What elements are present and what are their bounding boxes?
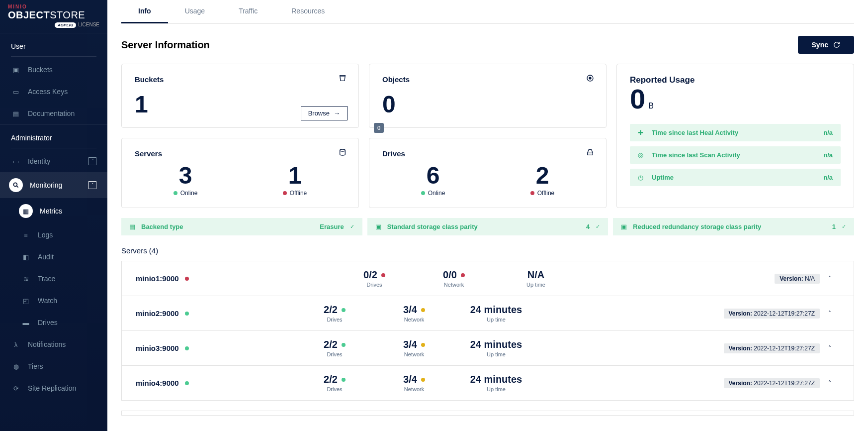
brand-top: MINIO bbox=[8, 4, 99, 9]
server-row: minio3:9000 2/2 Drives 3/4 Network 24 mi… bbox=[122, 331, 854, 366]
expand-button[interactable]: ˄ bbox=[820, 345, 840, 352]
card-label: Buckets bbox=[135, 75, 346, 84]
server-drives: 2/2 Drives bbox=[295, 374, 374, 392]
divider bbox=[11, 56, 96, 57]
clock-icon: ◷ bbox=[638, 174, 646, 181]
magnify-icon bbox=[9, 178, 23, 192]
sidebar-item-watch[interactable]: ◰ Watch bbox=[0, 290, 107, 312]
tab-info[interactable]: Info bbox=[121, 0, 168, 23]
expand-button[interactable]: ˄ bbox=[820, 380, 840, 387]
notification-badge: 0 bbox=[374, 123, 384, 133]
sidebar-item-label: Watch bbox=[38, 297, 57, 305]
server-icon bbox=[339, 148, 347, 158]
server-row: minio4:9000 2/2 Drives 3/4 Network 24 mi… bbox=[122, 366, 854, 400]
servers-offline: 1 bbox=[244, 164, 346, 188]
sidebar-item-trace[interactable]: ≋ Trace bbox=[0, 268, 107, 290]
server-drives: 2/2 Drives bbox=[295, 339, 374, 357]
sidebar-item-documentation[interactable]: ▤ Documentation bbox=[0, 103, 107, 124]
sidebar-item-access-keys[interactable]: ▭ Access Keys bbox=[0, 81, 107, 103]
usage-rows: ✚ Time since last Heal Activity n/a ◎ Ti… bbox=[630, 124, 841, 186]
expand-button[interactable]: ˄ bbox=[820, 275, 840, 282]
info-strips: ▤ Backend type Erasure ✓ ▣ Standard stor… bbox=[121, 218, 854, 235]
strip-label: Backend type bbox=[141, 223, 314, 230]
check-icon: ✓ bbox=[350, 223, 354, 230]
offline-label: Offline bbox=[290, 190, 307, 197]
chevron-up-icon: ˄ bbox=[88, 181, 96, 189]
strip-reduced-parity: ▣ Reduced redundancy storage class parit… bbox=[613, 218, 854, 235]
usage-label: Time since last Scan Activity bbox=[652, 151, 817, 159]
sidebar-item-label: Logs bbox=[38, 231, 53, 239]
scan-icon: ◎ bbox=[638, 151, 646, 159]
sidebar-item-metrics[interactable]: ▦ Metrics bbox=[0, 198, 107, 224]
card-usage: Reported Usage 0B ✚ Time since last Heal… bbox=[616, 64, 854, 208]
lambda-icon: λ bbox=[11, 339, 21, 349]
expand-button[interactable]: ˄ bbox=[820, 310, 840, 317]
card-buckets: Buckets 1 Browse → bbox=[121, 64, 359, 128]
check-icon: ✓ bbox=[842, 223, 846, 230]
sidebar-item-audit[interactable]: ◧ Audit bbox=[0, 246, 107, 268]
tab-resources[interactable]: Resources bbox=[274, 0, 342, 23]
sidebar-item-label: Trace bbox=[38, 275, 55, 283]
usage-value: n/a bbox=[823, 174, 833, 181]
server-drives: 2/2 Drives bbox=[295, 304, 374, 323]
status-dot-green bbox=[421, 191, 425, 195]
servers-heading: Servers (4) bbox=[121, 246, 854, 255]
strip-value: Erasure bbox=[320, 223, 344, 230]
server-version: Version: 2022-12-12T19:27:27Z bbox=[724, 343, 820, 353]
refresh-icon bbox=[833, 41, 840, 48]
sidebar-item-label: Identity bbox=[28, 157, 50, 165]
server-name: minio1:9000 bbox=[136, 274, 335, 283]
doc-icon: ▤ bbox=[11, 108, 21, 118]
strip-backend: ▤ Backend type Erasure ✓ bbox=[121, 218, 362, 235]
tab-traffic[interactable]: Traffic bbox=[222, 0, 274, 23]
online-label: Online bbox=[180, 190, 198, 197]
usage-value: n/a bbox=[823, 129, 833, 136]
sidebar-item-tiers[interactable]: ◍ Tiers bbox=[0, 355, 107, 377]
online-label: Online bbox=[428, 190, 445, 197]
sidebar-item-label: Access Keys bbox=[28, 88, 68, 96]
svg-point-5 bbox=[589, 77, 591, 79]
chevron-down-icon: ˅ bbox=[88, 157, 96, 165]
browse-button[interactable]: Browse → bbox=[301, 106, 347, 120]
strip-label: Standard storage class parity bbox=[387, 223, 580, 230]
drive-icon bbox=[586, 148, 594, 158]
status-dot-red bbox=[283, 191, 287, 195]
status-dot-green bbox=[174, 191, 177, 195]
usage-row-scan: ◎ Time since last Scan Activity n/a bbox=[630, 146, 841, 164]
svg-point-3 bbox=[340, 149, 346, 151]
sidebar-item-label: Tiers bbox=[28, 362, 43, 370]
status-dot bbox=[421, 378, 425, 382]
status-dot bbox=[421, 308, 425, 312]
card-drives: Drives 6 Online 2 Offline bbox=[369, 138, 607, 208]
sidebar-item-notifications[interactable]: λ Notifications bbox=[0, 333, 107, 355]
tab-usage[interactable]: Usage bbox=[168, 0, 222, 23]
server-version: Version: 2022-12-12T19:27:27Z bbox=[724, 309, 820, 319]
strip-label: Reduced redundancy storage class parity bbox=[633, 223, 826, 230]
sidebar-item-site-replication[interactable]: ⟳ Site Replication bbox=[0, 377, 107, 399]
bucket-icon: ▣ bbox=[11, 65, 21, 75]
next-section-placeholder bbox=[121, 411, 854, 416]
drives-icon: ▬ bbox=[21, 318, 31, 327]
arrow-right-icon: → bbox=[334, 109, 340, 117]
strip-value: 1 bbox=[832, 223, 836, 230]
sync-button[interactable]: Sync bbox=[798, 36, 854, 54]
brand-main2: STORE bbox=[50, 9, 85, 20]
sidebar-item-buckets[interactable]: ▣ Buckets bbox=[0, 59, 107, 81]
storage-icon: ▣ bbox=[621, 223, 627, 230]
logs-icon: ≡ bbox=[21, 230, 31, 240]
server-uptime: 24 minutes Up time bbox=[454, 374, 538, 392]
check-icon: ✓ bbox=[596, 223, 600, 230]
server-name: minio2:9000 bbox=[136, 309, 295, 318]
usage-row-uptime: ◷ Uptime n/a bbox=[630, 169, 841, 186]
status-dot bbox=[342, 378, 346, 382]
strip-value: 4 bbox=[586, 223, 590, 230]
sidebar-item-label: Monitoring bbox=[30, 181, 62, 189]
sidebar-item-drives[interactable]: ▬ Drives bbox=[0, 312, 107, 333]
sidebar-item-logs[interactable]: ≡ Logs bbox=[0, 224, 107, 246]
sidebar-item-monitoring[interactable]: Monitoring ˄ bbox=[0, 172, 107, 198]
status-dot bbox=[185, 346, 189, 350]
watch-icon: ◰ bbox=[21, 296, 31, 306]
sidebar-item-identity[interactable]: ▭ Identity ˅ bbox=[0, 150, 107, 172]
id-icon: ▭ bbox=[11, 87, 21, 97]
server-uptime: 24 minutes Up time bbox=[454, 339, 538, 357]
